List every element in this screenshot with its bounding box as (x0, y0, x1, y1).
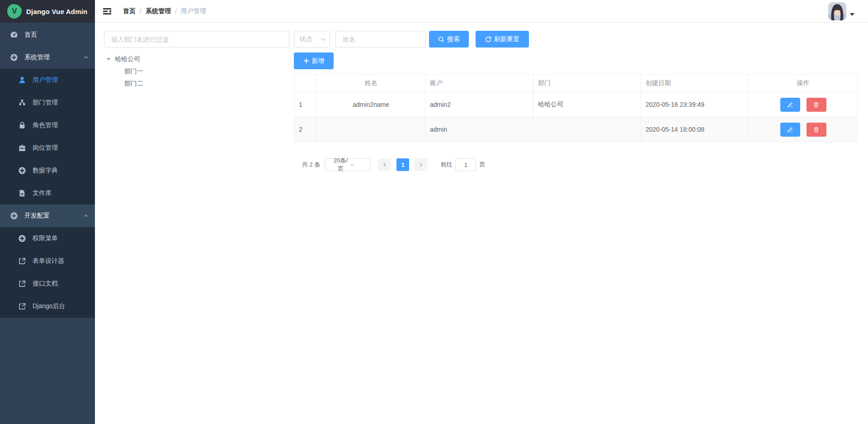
sidebar-item-form-designer[interactable]: 表单设计器 (0, 250, 95, 272)
add-button-label: 新增 (312, 57, 325, 65)
search-icon (438, 36, 444, 43)
chevron-right-icon (418, 162, 424, 167)
breadcrumb-home[interactable]: 首页 (123, 7, 136, 15)
sidebar-item-posts[interactable]: 岗位管理 (0, 137, 95, 159)
tree-node-label: 哈哈公司 (115, 55, 140, 63)
delete-button[interactable] (807, 123, 826, 137)
sidebar-item-permission-menu[interactable]: 权限菜单 (0, 227, 95, 250)
cell-index: 1 (294, 92, 317, 117)
sidebar-item-label: 用户管理 (33, 76, 89, 84)
department-panel: 哈哈公司 部门一 部门二 (104, 31, 289, 90)
page-number-current[interactable]: 1 (396, 158, 409, 171)
caret-down-icon[interactable] (850, 13, 854, 16)
external-link-icon (18, 280, 26, 288)
sidebar-item-users[interactable]: 用户管理 (0, 69, 95, 91)
sidebar-item-api-docs[interactable]: 接口文档 (0, 272, 95, 295)
chevron-down-icon (349, 162, 368, 167)
vue-logo-icon: V (7, 4, 22, 19)
sidebar-submenu-dev-items: 权限菜单 表单设计器 接口文档 (0, 227, 95, 318)
component-icon (10, 212, 18, 220)
tree-node-child[interactable]: 部门一 (104, 65, 289, 77)
status-select[interactable]: 状态 (294, 31, 330, 48)
sidebar-submenu-system-items: 用户管理 部门管理 角色管理 (0, 69, 95, 205)
chevron-left-icon (382, 162, 387, 167)
pagination-total: 共 2 条 (302, 161, 320, 169)
sidebar-item-label: 角色管理 (33, 121, 89, 129)
sidebar-item-label: 表单设计器 (33, 257, 89, 265)
user-avatar[interactable] (828, 2, 846, 20)
tree-node-root[interactable]: 哈哈公司 (104, 53, 289, 65)
sidebar-item-dictionary[interactable]: 数据字典 (0, 159, 95, 182)
department-tree: 哈哈公司 部门一 部门二 (104, 53, 289, 90)
refresh-reset-button[interactable]: 刷新重置 (476, 31, 529, 48)
cell-index: 2 (294, 117, 317, 142)
breadcrumb-separator: / (175, 8, 177, 15)
delete-button[interactable] (807, 98, 826, 112)
add-button[interactable]: 新增 (294, 52, 334, 69)
pagination: 共 2 条 20条/页 1 前往 (302, 158, 858, 171)
cell-account: admin (425, 117, 533, 142)
cell-name (317, 117, 425, 142)
dashboard-icon (10, 31, 18, 39)
sidebar-menu: 首页 系统管理 用户管理 (0, 23, 95, 424)
component-icon (10, 53, 18, 62)
cell-created: 2020-05-14 18:00:08 (641, 117, 749, 142)
column-header-name: 姓名 (317, 74, 425, 92)
trash-icon (813, 127, 819, 133)
prev-page-button[interactable] (378, 158, 391, 171)
sidebar-item-roles[interactable]: 角色管理 (0, 114, 95, 137)
trash-icon (813, 102, 819, 108)
sidebar-item-label: 权限菜单 (33, 234, 89, 243)
user-icon (18, 76, 26, 84)
sidebar-item-home[interactable]: 首页 (0, 24, 95, 46)
column-header-index (294, 74, 317, 92)
filter-row: 状态 搜索 (294, 31, 858, 48)
sidebar-item-label: 接口文档 (33, 280, 89, 288)
page-size-value: 20条/页 (331, 157, 349, 173)
department-filter-input[interactable] (104, 31, 289, 48)
next-page-button[interactable] (415, 158, 427, 171)
sidebar-item-files[interactable]: 文件库 (0, 182, 95, 205)
component-icon (18, 234, 26, 243)
external-link-icon (18, 257, 26, 265)
topbar-right (828, 2, 854, 20)
cell-account: admin2 (425, 92, 533, 117)
edit-button[interactable] (780, 98, 800, 112)
app-title: Django Vue Admin (26, 8, 87, 15)
table-header-row: 姓名 账户 部门 创建日期 操作 (294, 74, 858, 92)
sidebar-item-departments[interactable]: 部门管理 (0, 91, 95, 114)
column-header-account: 账户 (425, 74, 533, 92)
app-logo[interactable]: V Django Vue Admin (0, 0, 95, 23)
cell-dept (533, 117, 641, 142)
sidebar-item-label: 系统管理 (24, 53, 83, 62)
row-actions (753, 123, 853, 137)
sidebar-item-label: 部门管理 (33, 99, 89, 107)
name-filter-input[interactable] (335, 31, 426, 48)
tree-node-label: 部门二 (124, 80, 143, 88)
sidebar-item-django-admin[interactable]: Django后台 (0, 295, 95, 318)
app-root: V Django Vue Admin 首页 系统管理 (0, 0, 868, 424)
breadcrumb: 首页 / 系统管理 / 用户管理 (123, 7, 206, 15)
sidebar-submenu-system[interactable]: 系统管理 (0, 46, 95, 69)
tree-node-child[interactable]: 部门二 (104, 77, 289, 90)
sidebar-item-label: 开发配置 (24, 212, 83, 220)
tree-node-label: 部门一 (124, 67, 143, 76)
sidebar-item-label: 岗位管理 (33, 144, 89, 152)
search-button[interactable]: 搜索 (429, 31, 469, 48)
sidebar-submenu-dev[interactable]: 开发配置 (0, 205, 95, 227)
refresh-icon (485, 36, 491, 43)
page-size-select[interactable]: 20条/页 (325, 158, 371, 171)
edit-button[interactable] (780, 123, 800, 137)
sidebar-item-label: 数据字典 (33, 167, 89, 175)
breadcrumb-system[interactable]: 系统管理 (146, 7, 171, 15)
lock-icon (18, 121, 26, 129)
tree-expand-icon[interactable] (106, 58, 111, 61)
column-header-dept: 部门 (533, 74, 641, 92)
chevron-up-icon (83, 55, 89, 60)
topbar: 首页 / 系统管理 / 用户管理 (95, 0, 868, 23)
document-icon (18, 189, 26, 197)
cell-dept: 哈哈公司 (533, 92, 641, 117)
table-row: 2 admin 2020-05-14 18:00:08 (294, 117, 858, 142)
goto-page-input[interactable] (455, 158, 476, 171)
sidebar-fold-icon[interactable] (103, 7, 112, 16)
